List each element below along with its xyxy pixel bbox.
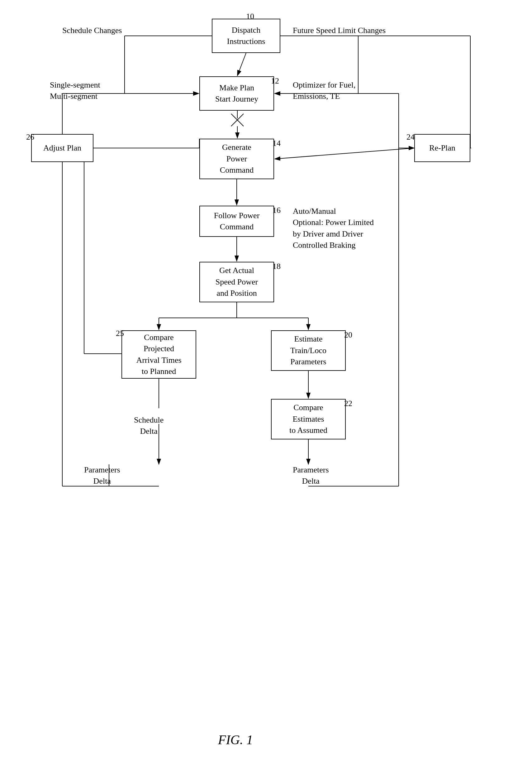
re-plan-label: Re-Plan [429,142,455,154]
node-26-num: 26 [26,132,34,142]
svg-line-31 [275,148,414,159]
follow-power-label: Follow PowerCommand [214,210,260,233]
optimizer-fuel-label: Optimizer for Fuel,Emissions, TE [293,79,355,102]
compare-estimates-label: CompareEstimatesto Assumed [289,402,327,436]
adjust-plan-box: Adjust Plan [31,134,93,162]
compare-projected-label: CompareProjectedArrival Timesto Planned [136,332,181,377]
figure-label: FIG. 1 [218,732,253,747]
compare-estimates-box: CompareEstimatesto Assumed [271,399,346,440]
generate-power-label: GeneratePowerCommand [220,142,254,176]
make-plan-label: Make PlanStart Journey [215,82,258,105]
schedule-delta-label: ScheduleDelta [134,415,164,437]
make-plan-box: Make PlanStart Journey [199,76,274,111]
node-16-num: 16 [273,206,281,215]
node-14-num: 14 [273,139,281,148]
svg-line-4 [231,114,244,126]
get-actual-label: Get ActualSpeed Powerand Position [216,265,258,299]
flow-diagram-svg [0,0,532,771]
svg-line-2 [237,53,246,76]
node-20-num: 20 [344,330,352,340]
node-18-num: 18 [273,262,281,271]
parameters-delta-left-label: ParametersDelta [84,464,120,487]
node-22-num: 22 [344,399,352,408]
get-actual-box: Get ActualSpeed Powerand Position [199,262,274,302]
single-segment-label: Single-segmentMulti-segment [50,79,100,102]
diagram: Dispatch Instructions 10 Make PlanStart … [0,0,532,771]
re-plan-box: Re-Plan [414,134,470,162]
estimate-train-box: EstimateTrain/LocoParameters [271,330,346,371]
estimate-train-label: EstimateTrain/LocoParameters [290,333,326,367]
node-10-num: 10 [246,12,254,21]
auto-manual-label: Auto/ManualOptional: Power Limitedby Dri… [293,206,374,251]
adjust-plan-label: Adjust Plan [43,142,81,154]
compare-projected-box: CompareProjectedArrival Timesto Planned [121,330,196,378]
node-25-num: 25 [116,329,124,338]
future-speed-limit-label: Future Speed Limit Changes [293,25,386,36]
generate-power-box: GeneratePowerCommand [199,139,274,179]
dispatch-instructions-box: Dispatch Instructions [212,19,280,53]
parameters-delta-right-label: ParametersDelta [293,464,329,487]
follow-power-box: Follow PowerCommand [199,206,274,237]
dispatch-instructions-label: Dispatch Instructions [216,25,277,47]
schedule-changes-label: Schedule Changes [62,25,122,36]
svg-line-5 [231,114,244,126]
node-12-num: 12 [271,76,279,86]
node-24-num: 24 [406,132,415,142]
